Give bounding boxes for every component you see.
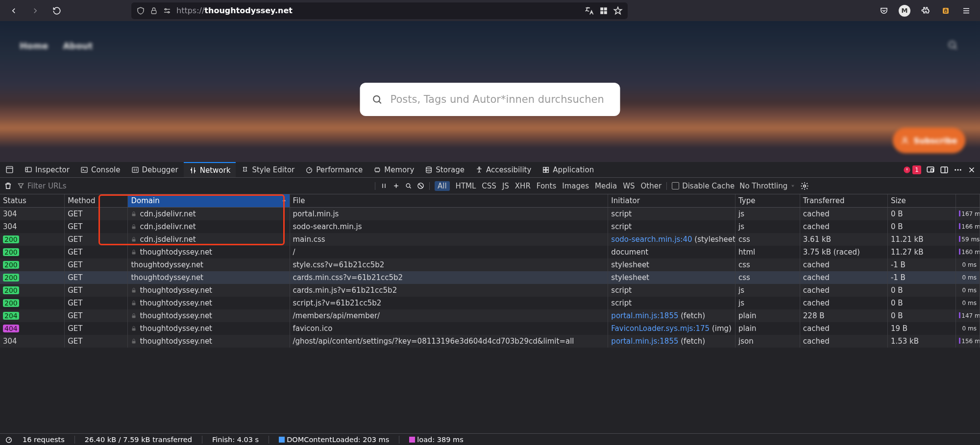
devtools-tabs: Inspector Console Debugger Network Style… [0, 162, 980, 178]
more-icon[interactable] [954, 165, 962, 174]
block-icon[interactable] [417, 182, 424, 189]
forward-button[interactable] [26, 2, 44, 20]
type-filters: All HTML CSS JS XHR Fonts Images Media W… [435, 181, 662, 191]
svg-rect-11 [6, 166, 13, 173]
filter-media[interactable]: Media [595, 182, 617, 190]
svg-point-28 [957, 169, 959, 170]
account-icon[interactable]: M [896, 2, 913, 20]
reload-button[interactable] [48, 2, 66, 20]
svg-rect-20 [546, 167, 549, 169]
grid-icon[interactable] [599, 6, 608, 15]
tab-performance[interactable]: Performance [300, 162, 368, 177]
col-transferred[interactable]: Transferred [800, 194, 887, 208]
perf-icon[interactable] [5, 436, 13, 444]
filter-input[interactable] [27, 182, 122, 190]
clear-icon[interactable] [4, 182, 12, 190]
filter-other[interactable]: Other [641, 182, 662, 190]
nav-home[interactable]: Home [20, 41, 48, 51]
site-search-icon[interactable] [947, 40, 958, 50]
status-requests: 16 requests [23, 436, 65, 444]
tab-console[interactable]: Console [75, 162, 126, 177]
col-status[interactable]: Status [0, 194, 65, 208]
svg-point-1 [165, 8, 167, 10]
table-row[interactable]: 200GETcdn.jsdelivr.netmain.csssodo-searc… [0, 233, 980, 246]
search-requests-icon[interactable] [405, 182, 412, 189]
tab-storage[interactable]: Storage [419, 162, 470, 177]
tab-application[interactable]: Application [537, 162, 599, 177]
svg-rect-3 [600, 7, 603, 10]
browser-toolbar: https://thoughtodyssey.net M [0, 0, 980, 21]
svg-rect-4 [604, 7, 607, 10]
filter-xhr[interactable]: XHR [515, 182, 531, 190]
filter-js[interactable]: JS [502, 182, 509, 190]
search-input[interactable] [391, 94, 609, 105]
table-row[interactable]: 200GETthoughtodyssey.netstyle.css?v=61b2… [0, 258, 980, 271]
subscribe-button[interactable]: Subscribe [893, 128, 965, 153]
table-row[interactable]: 304GETthoughtodyssey.net/ghost/api/conte… [0, 335, 980, 348]
status-dcl: DOMContentLoaded: 203 ms [279, 436, 389, 444]
table-row[interactable]: 304GETcdn.jsdelivr.netsodo-search.min.js… [0, 220, 980, 233]
table-header[interactable]: Status Method Domain File Initiator Type… [0, 194, 980, 208]
svg-rect-6 [604, 11, 607, 14]
table-row[interactable]: 204GETthoughtodyssey.net/members/api/mem… [0, 309, 980, 322]
table-row[interactable]: 200GETthoughtodyssey.netcards.min.css?v=… [0, 271, 980, 284]
col-domain[interactable]: Domain [128, 194, 290, 208]
search-box[interactable] [360, 83, 620, 116]
tab-accessibility[interactable]: Accessibility [470, 162, 537, 177]
col-type[interactable]: Type [735, 194, 800, 208]
svg-rect-34 [132, 227, 136, 229]
tab-memory[interactable]: Memory [368, 162, 419, 177]
filter-fonts[interactable]: Fonts [537, 182, 556, 190]
svg-rect-37 [132, 290, 136, 293]
throttling-select[interactable]: No Throttling [739, 182, 795, 190]
close-devtools-icon[interactable] [967, 165, 976, 174]
svg-point-27 [955, 169, 956, 170]
tab-debugger[interactable]: Debugger [126, 162, 184, 177]
filter-all[interactable]: All [435, 181, 450, 191]
filter-css[interactable]: CSS [482, 182, 496, 190]
translate-icon[interactable] [585, 6, 594, 16]
network-table[interactable]: Status Method Domain File Initiator Type… [0, 194, 980, 433]
settings-gear-icon[interactable] [800, 182, 809, 190]
person-icon [901, 136, 909, 145]
extensions-icon[interactable] [916, 2, 934, 20]
disable-cache-checkbox[interactable]: Disable Cache [672, 182, 735, 190]
responsive-mode-icon[interactable] [926, 165, 935, 174]
network-status-bar: 16 requests 26.40 kB / 7.59 kB transferr… [0, 433, 980, 445]
dock-picker-icon[interactable] [0, 162, 19, 177]
tab-inspector[interactable]: Inspector [19, 162, 75, 177]
nav-about[interactable]: About [63, 41, 93, 51]
col-waterfall[interactable] [956, 194, 980, 208]
filter-ws[interactable]: WS [623, 182, 635, 190]
svg-point-8 [949, 42, 956, 48]
security-badge-icon[interactable] [937, 2, 955, 20]
filter-html[interactable]: HTML [456, 182, 476, 190]
table-row[interactable]: 200GETthoughtodyssey.netscript.js?v=61b2… [0, 297, 980, 309]
pause-icon[interactable] [380, 182, 388, 189]
tab-network[interactable]: Network [184, 162, 236, 177]
table-row[interactable]: 200GETthoughtodyssey.netcards.min.js?v=6… [0, 284, 980, 297]
col-initiator[interactable]: Initiator [608, 194, 735, 208]
svg-rect-13 [81, 167, 87, 172]
filter-images[interactable]: Images [562, 182, 589, 190]
error-indicator[interactable]: 1 [903, 165, 921, 174]
add-icon[interactable] [392, 182, 400, 189]
table-row[interactable]: 200GETthoughtodyssey.net/documenthtml3.7… [0, 246, 980, 258]
svg-rect-0 [151, 10, 156, 14]
svg-point-15 [307, 167, 312, 173]
url-bar[interactable]: https://thoughtodyssey.net [131, 2, 628, 19]
bookmark-star-icon[interactable] [613, 6, 623, 16]
table-row[interactable]: 304GETcdn.jsdelivr.netportal.min.jsscrip… [0, 208, 980, 221]
col-size[interactable]: Size [887, 194, 956, 208]
back-button[interactable] [5, 2, 23, 20]
tab-style-editor[interactable]: Style Editor [236, 162, 300, 177]
table-row[interactable]: 404GETthoughtodyssey.netfavicon.icoFavic… [0, 322, 980, 335]
dock-side-icon[interactable] [940, 165, 949, 174]
col-method[interactable]: Method [65, 194, 128, 208]
pocket-icon[interactable] [875, 2, 893, 20]
svg-rect-35 [132, 239, 136, 242]
filter-icon [17, 182, 24, 189]
app-menu-icon[interactable] [957, 2, 975, 20]
col-file[interactable]: File [290, 194, 608, 208]
svg-point-29 [960, 169, 961, 170]
